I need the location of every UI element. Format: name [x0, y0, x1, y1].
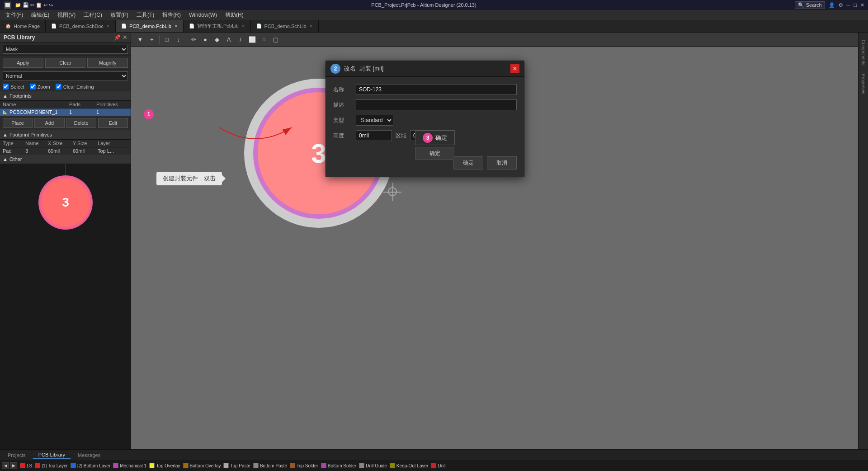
- modal-desc-input[interactable]: [356, 99, 517, 110]
- confirm-step-badge: 3: [423, 133, 433, 143]
- sidebar-tab-components[interactable]: Components: [859, 36, 868, 69]
- tab-home[interactable]: 🏠 Home Page: [0, 20, 46, 32]
- layer-bottom-paste[interactable]: Bottom Paste: [253, 463, 287, 468]
- menu-file[interactable]: 文件(F): [2, 10, 27, 20]
- panel-controls[interactable]: 📌 ✕: [114, 34, 127, 41]
- modal-desc-row: 描述: [333, 99, 517, 110]
- layer-bottom[interactable]: [2] Bottom Layer: [71, 463, 110, 468]
- search-box[interactable]: 🔍 Search: [795, 1, 825, 9]
- zoom-checkbox-label[interactable]: Zoom: [30, 84, 50, 89]
- place-button[interactable]: Place: [3, 118, 33, 128]
- layer-drill[interactable]: Drill: [431, 463, 445, 468]
- modal-name-input[interactable]: [356, 84, 517, 95]
- tab-close-schDoc[interactable]: ✕: [106, 24, 110, 28]
- tab-schLib[interactable]: 📄 PCB_demo.SchLib ✕: [251, 20, 319, 32]
- toolbar-line[interactable]: /: [235, 34, 246, 45]
- menu-help[interactable]: 帮助(H): [222, 10, 247, 20]
- clear-button[interactable]: Clear: [45, 58, 86, 68]
- layer-drill-guide[interactable]: Drill Guide: [359, 463, 387, 468]
- layer-label-bottom-paste: Bottom Paste: [260, 463, 287, 468]
- layer-ls[interactable]: LS: [20, 463, 32, 468]
- footprint-row-0[interactable]: 📐 PCBCOMPONENT_1 1 1: [0, 108, 131, 116]
- toolbar-text[interactable]: A: [223, 34, 234, 45]
- tab-messages[interactable]: Messages: [72, 451, 106, 459]
- confirm-ok-button[interactable]: 确定: [415, 147, 454, 160]
- confirm-badge-area: 3 确定 确定: [415, 131, 455, 160]
- toolbar-export[interactable]: ↓: [173, 34, 184, 45]
- menu-place[interactable]: 放置(P): [107, 10, 132, 20]
- modal-type-select[interactable]: Standard: [356, 115, 393, 126]
- layer-top-paste[interactable]: Top Paste: [223, 463, 250, 468]
- layer-label-keepout: Keep-Out Layer: [396, 463, 429, 468]
- settings-icon: ⚙: [839, 2, 843, 8]
- modal-ok-button[interactable]: 确定: [453, 156, 483, 170]
- tab-close-smartCar[interactable]: ✕: [241, 24, 245, 28]
- tab-pcb-library[interactable]: PCB Library: [33, 451, 71, 459]
- tab-pcbLib[interactable]: 📄 PCB_demo.PcbLib ✕: [116, 20, 184, 32]
- preview-area: 3: [0, 164, 131, 449]
- layer-label-drill: Drill: [438, 463, 445, 468]
- toolbar-diamond[interactable]: ◆: [212, 34, 222, 45]
- menu-window[interactable]: Window(W): [185, 11, 221, 19]
- clear-existing-checkbox-label[interactable]: Clear Existing: [56, 84, 94, 89]
- primitive-row-0[interactable]: Pad 3 60mil 60mil Top L...: [0, 147, 131, 155]
- layer-color-top-paste: [223, 463, 229, 468]
- layer-color-keepout: [390, 463, 395, 468]
- layer-bottom-overlay[interactable]: Bottom Overlay: [183, 463, 221, 468]
- tab-smartCar[interactable]: 📄 智能车主板.PcbLib ✕: [184, 20, 251, 32]
- toolbar-pencil[interactable]: ✏: [188, 34, 199, 45]
- select-checkbox[interactable]: [3, 84, 9, 89]
- layer-nav[interactable]: ◀ ▶: [2, 462, 17, 469]
- window-controls[interactable]: 👤 ⚙ ─ □ ✕: [829, 2, 864, 8]
- close-btn[interactable]: ✕: [860, 2, 864, 8]
- edit-button[interactable]: Edit: [98, 118, 128, 128]
- add-button[interactable]: Add: [34, 118, 64, 128]
- sidebar-tab-properties[interactable]: Properties: [859, 70, 868, 98]
- layer-next[interactable]: ▶: [10, 462, 17, 469]
- toolbar-box[interactable]: ▢: [270, 34, 281, 45]
- layer-color-top-overlay: [149, 463, 155, 468]
- tab-projects[interactable]: Projects: [2, 451, 32, 459]
- clear-existing-checkbox[interactable]: [56, 84, 61, 89]
- modal-height-input[interactable]: [356, 130, 392, 141]
- toolbar-add[interactable]: +: [146, 34, 157, 45]
- magnify-button[interactable]: Magnify: [87, 58, 128, 68]
- app-title: PCB_Project.PrjPcb - Altium Designer (20…: [53, 2, 794, 8]
- pin-icon[interactable]: 📌: [114, 34, 121, 41]
- delete-button[interactable]: Delete: [66, 118, 96, 128]
- layer-keepout[interactable]: Keep-Out Layer: [390, 463, 429, 468]
- select-checkbox-label[interactable]: Select: [3, 84, 24, 89]
- layer-top[interactable]: [1] Top Layer: [35, 463, 68, 468]
- toolbar-arc[interactable]: ○: [259, 34, 269, 45]
- layer-top-solder[interactable]: Top Solder: [290, 463, 318, 468]
- menu-tools[interactable]: 工具(T): [133, 10, 158, 20]
- toolbar-poly[interactable]: ⬜: [247, 34, 258, 45]
- normal-select[interactable]: Normal: [3, 71, 128, 80]
- menu-project[interactable]: 工程(C): [80, 10, 106, 20]
- menu-reports[interactable]: 报告(R): [159, 10, 184, 20]
- minimize-btn[interactable]: ─: [847, 2, 850, 8]
- zoom-checkbox[interactable]: [30, 84, 36, 89]
- mask-select[interactable]: Mask: [3, 45, 128, 54]
- tab-close-schLib[interactable]: ✕: [309, 24, 313, 28]
- toolbar-filter[interactable]: ▼: [135, 34, 146, 45]
- tab-close-pcbLib[interactable]: ✕: [174, 24, 178, 28]
- layer-mech1[interactable]: Mechanical 1: [113, 463, 146, 468]
- layer-top-overlay[interactable]: Top Overlay: [149, 463, 180, 468]
- tab-schDoc[interactable]: 📄 PCB_demo.SchDoc ✕: [46, 20, 116, 32]
- modal-cancel-button[interactable]: 取消: [487, 156, 517, 170]
- panel-hide-btn[interactable]: ✕: [123, 34, 127, 41]
- toolbar-rect[interactable]: □: [161, 34, 172, 45]
- apply-button[interactable]: Apply: [3, 58, 43, 68]
- layer-prev[interactable]: ◀: [2, 462, 9, 469]
- menu-view[interactable]: 视图(V): [54, 10, 79, 20]
- toolbar-sep2: [186, 35, 186, 44]
- menu-edit[interactable]: 编辑(E): [28, 10, 53, 20]
- layer-bottom-solder[interactable]: Bottom Solder: [321, 463, 356, 468]
- footprints-table-header: Name Pads Primitives: [0, 101, 131, 108]
- maximize-btn[interactable]: □: [854, 2, 857, 8]
- collapse-icon: ▲: [3, 93, 8, 99]
- layer-label-drill-guide: Drill Guide: [366, 463, 387, 468]
- modal-close-button[interactable]: ✕: [510, 64, 519, 73]
- toolbar-circle[interactable]: ●: [200, 34, 211, 45]
